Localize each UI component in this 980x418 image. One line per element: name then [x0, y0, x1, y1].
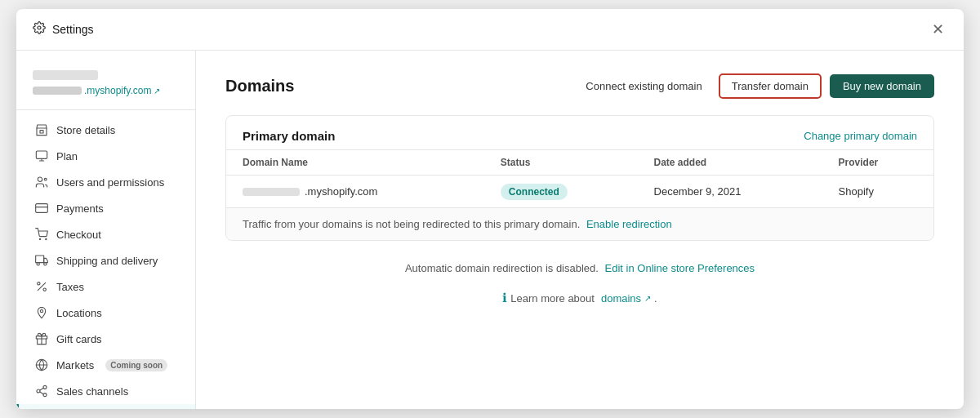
gift-icon — [35, 332, 48, 345]
svg-point-10 — [37, 263, 39, 265]
payments-icon — [35, 202, 48, 215]
page-header: Domains Connect existing domain Transfer… — [225, 73, 934, 99]
edit-preferences-link[interactable]: Edit in Online store Preferences — [605, 262, 755, 274]
enable-redirection-link[interactable]: Enable redirection — [586, 218, 672, 230]
store-icon — [35, 123, 48, 136]
store-info: .myshopify.com ↗ — [16, 64, 195, 110]
sidebar-item-plan[interactable]: Plan — [16, 143, 195, 169]
auto-redirect-notice: Automatic domain redirection is disabled… — [225, 254, 934, 278]
sidebar-item-shipping[interactable]: Shipping and delivery — [16, 247, 195, 273]
status-badge: Connected — [501, 184, 568, 200]
domains-link[interactable]: domains — [601, 292, 641, 305]
svg-rect-9 — [36, 256, 44, 263]
header-actions: Connect existing domain Transfer domain … — [577, 73, 934, 99]
sidebar-item-store-details[interactable]: Store details — [16, 117, 195, 143]
svg-line-24 — [40, 388, 44, 390]
sidebar-item-label: Taxes — [56, 281, 84, 293]
modal-body: .myshopify.com ↗ Store details Plan — [16, 51, 964, 409]
header-left: Settings — [33, 21, 94, 38]
svg-rect-1 — [40, 131, 43, 133]
domain-name-placeholder — [243, 188, 300, 196]
sidebar-item-label: Shipping and delivery — [56, 255, 158, 267]
col-date-added: Date added — [638, 150, 822, 176]
learn-more-text: Learn more about — [510, 292, 595, 305]
page-title: Domains — [225, 77, 294, 96]
svg-point-3 — [38, 177, 42, 181]
sidebar-item-label: Sales channels — [56, 385, 128, 398]
svg-point-4 — [44, 178, 47, 180]
domains-table: Domain Name Status Date added Provider .… — [226, 149, 933, 207]
period: . — [654, 292, 657, 305]
status-cell: Connected — [484, 176, 638, 208]
channels-icon — [35, 385, 48, 398]
location-icon — [35, 306, 48, 319]
sidebar-item-label: Users and permissions — [56, 176, 164, 189]
modal-title: Settings — [52, 23, 94, 36]
svg-rect-5 — [36, 204, 48, 213]
svg-point-15 — [40, 309, 42, 312]
svg-point-7 — [39, 238, 40, 239]
main-content: Domains Connect existing domain Transfer… — [196, 51, 964, 409]
sidebar: .myshopify.com ↗ Store details Plan — [16, 51, 196, 409]
col-status: Status — [484, 150, 638, 176]
sidebar-item-locations[interactable]: Locations — [16, 300, 195, 326]
change-primary-link[interactable]: Change primary domain — [804, 130, 917, 142]
redirect-text: Traffic from your domains is not being r… — [243, 218, 580, 230]
connect-domain-button[interactable]: Connect existing domain — [577, 75, 710, 97]
sidebar-item-sales-channels[interactable]: Sales channels — [16, 378, 195, 404]
table-row: .myshopify.com Connected December 9, 202… — [226, 176, 933, 208]
checkout-icon — [35, 228, 48, 241]
users-icon — [35, 176, 48, 189]
close-button[interactable]: ✕ — [929, 19, 947, 40]
svg-line-23 — [40, 392, 44, 394]
learn-more-row: ℹ Learn more about domains ↗ . — [225, 278, 934, 318]
card-header: Primary domain Change primary domain — [226, 116, 933, 149]
transfer-domain-button[interactable]: Transfer domain — [719, 73, 822, 99]
svg-point-13 — [38, 282, 40, 285]
sidebar-item-markets[interactable]: Markets Coming soon — [16, 352, 195, 378]
external-link-icon: ↗ — [154, 87, 160, 96]
sidebar-item-payments[interactable]: Payments — [16, 195, 195, 221]
sidebar-item-taxes[interactable]: Taxes — [16, 273, 195, 300]
svg-point-14 — [43, 288, 46, 291]
buy-domain-button[interactable]: Buy new domain — [830, 74, 934, 98]
provider-cell: Shopify — [822, 176, 933, 208]
sidebar-item-label: Payments — [56, 202, 104, 215]
store-url-suffix: .myshopify.com — [84, 85, 151, 96]
modal-header: Settings ✕ — [16, 9, 964, 51]
svg-line-12 — [38, 282, 45, 290]
sidebar-item-label: Gift cards — [56, 333, 102, 345]
coming-soon-badge: Coming soon — [105, 359, 167, 371]
sidebar-item-checkout[interactable]: Checkout — [16, 221, 195, 247]
shipping-icon — [35, 254, 48, 267]
domain-name-cell: .myshopify.com — [226, 176, 484, 208]
redirect-notice: Traffic from your domains is not being r… — [226, 207, 933, 240]
store-url: .myshopify.com ↗ — [33, 85, 179, 96]
card-title: Primary domain — [243, 129, 335, 143]
sidebar-item-label: Checkout — [56, 229, 101, 241]
date-added-cell: December 9, 2021 — [638, 176, 822, 208]
svg-point-0 — [38, 26, 41, 29]
svg-point-11 — [44, 263, 47, 265]
primary-domain-card: Primary domain Change primary domain Dom… — [225, 115, 934, 241]
sidebar-item-label: Locations — [56, 307, 102, 319]
sidebar-item-domains[interactable]: Domains New — [16, 404, 195, 409]
store-url-placeholder — [33, 87, 82, 95]
sidebar-item-label: Markets — [56, 359, 94, 371]
col-domain-name: Domain Name — [226, 150, 484, 176]
col-provider: Provider — [822, 150, 933, 176]
sidebar-item-users[interactable]: Users and permissions — [16, 169, 195, 195]
settings-modal: Settings ✕ .myshopify.com ↗ Store detail… — [16, 9, 964, 409]
plan-icon — [35, 149, 48, 162]
sidebar-item-label: Plan — [56, 150, 78, 162]
markets-icon — [35, 358, 48, 371]
info-icon: ℹ — [502, 291, 507, 305]
sidebar-item-gift-cards[interactable]: Gift cards — [16, 326, 195, 352]
gear-icon — [33, 21, 46, 38]
domain-suffix: .myshopify.com — [305, 185, 377, 198]
taxes-icon — [35, 280, 48, 293]
sidebar-item-label: Store details — [56, 124, 115, 136]
external-icon: ↗ — [644, 294, 651, 303]
auto-redirect-text: Automatic domain redirection is disabled… — [405, 262, 599, 274]
svg-rect-2 — [36, 151, 47, 158]
